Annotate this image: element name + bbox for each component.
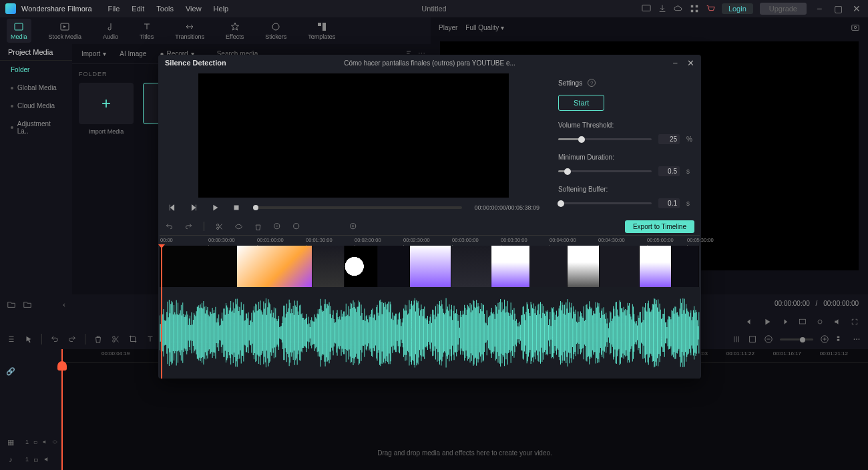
dialog-subtitle: Cómo hacer pantallas finales (outros) pa… (344, 59, 515, 67)
volume-threshold-value[interactable]: 25 (658, 134, 680, 144)
dialog-video-track[interactable] (160, 246, 700, 287)
dialog-minimize-button[interactable]: − (672, 58, 678, 68)
zoom-out-icon[interactable] (273, 222, 282, 231)
softening-buffer-label: Softening Buffer: (558, 186, 694, 193)
dialog-time-total: 00:05:38:09 (507, 204, 539, 211)
redo-icon[interactable] (184, 222, 193, 231)
play-icon[interactable] (210, 203, 220, 212)
step-back-icon[interactable] (168, 203, 177, 212)
unit-label: % (686, 136, 694, 143)
volume-threshold-slider[interactable] (558, 138, 652, 140)
svg-point-30 (216, 224, 218, 226)
hide-icon[interactable] (234, 222, 243, 231)
dialog-audio-waveform[interactable] (160, 287, 700, 379)
dialog-close-button[interactable]: ✕ (687, 58, 694, 68)
min-duration-label: Minimum Duration: (558, 154, 694, 161)
svg-point-33 (294, 223, 299, 228)
dialog-timeline[interactable]: 00:00 00:00:30:00 00:01:00:00 00:01:30:0… (158, 235, 701, 379)
unit-label: s (686, 200, 694, 207)
svg-rect-29 (234, 206, 239, 210)
min-duration-value[interactable]: 0.5 (658, 166, 680, 176)
dialog-toolbar: Export to Timeline (158, 218, 701, 235)
dialog-title: Silence Detection (165, 59, 226, 67)
dialog-time-current: 00:00:00:00 (474, 204, 506, 211)
silence-detection-dialog: Silence Detection Cómo hacer pantallas f… (158, 55, 701, 379)
dialog-timeline-ruler[interactable]: 00:00 00:00:30:00 00:01:00:00 00:01:30:0… (160, 235, 700, 246)
softening-buffer-value[interactable]: 0.1 (658, 198, 680, 208)
min-duration-slider[interactable] (558, 170, 652, 172)
zoom-fit-icon[interactable] (292, 222, 301, 231)
dialog-playhead[interactable] (161, 246, 162, 379)
zoom-in-icon[interactable] (349, 222, 358, 231)
stop-icon[interactable] (232, 203, 241, 212)
delete-icon[interactable] (254, 222, 262, 231)
dialog-preview (198, 73, 509, 198)
help-icon[interactable]: ? (588, 79, 596, 87)
play-forward-icon[interactable] (189, 203, 198, 212)
svg-point-31 (216, 227, 218, 229)
unit-label: s (686, 168, 694, 175)
undo-icon[interactable] (165, 222, 174, 231)
dialog-scrubber[interactable] (253, 206, 462, 209)
softening-buffer-slider[interactable] (558, 202, 652, 204)
settings-label: Settings (558, 79, 582, 87)
volume-threshold-label: Volume Threshold: (558, 122, 694, 129)
cut-icon[interactable] (215, 222, 224, 231)
export-timeline-button[interactable]: Export to Timeline (625, 220, 694, 233)
start-button[interactable]: Start (558, 95, 604, 111)
